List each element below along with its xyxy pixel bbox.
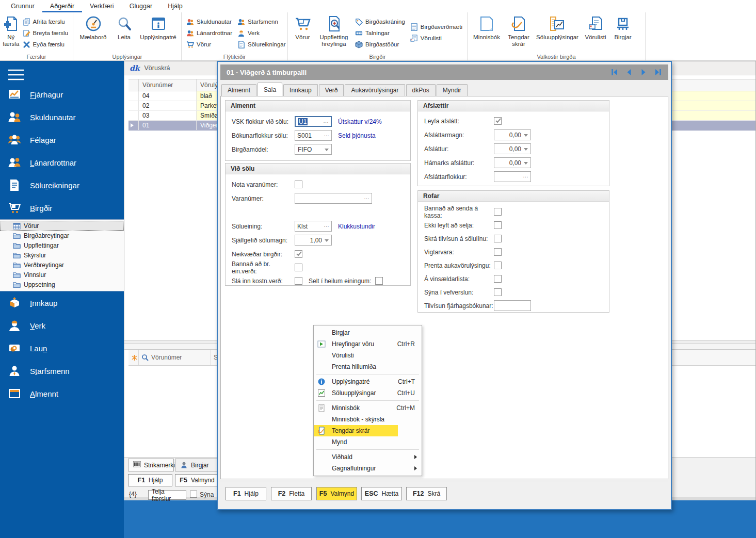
f1-help-button[interactable]: F1Hjálp <box>226 487 266 500</box>
sidebar-item-birgdir[interactable]: Birgðir <box>0 197 124 219</box>
tab-almennt[interactable]: Almennt <box>221 84 256 96</box>
browser-f5-menu-button[interactable]: F5 Valmynd <box>175 474 219 486</box>
menu-item-vorulisti[interactable]: Vörulisti <box>314 350 422 361</box>
lookup-movements-button[interactable]: Uppfletting hreyfinga <box>315 14 352 47</box>
shortcut-solureikningar[interactable]: Sölureikningar <box>235 39 288 50</box>
menu-item-birgjar[interactable]: Birgjar <box>314 327 422 338</box>
sidebar-item-fjarhagur[interactable]: Fjárhagur <box>0 83 124 106</box>
menu-adgerdir[interactable]: Aðgerðir <box>42 0 82 12</box>
products-button[interactable]: Vörur <box>290 14 315 41</box>
f2-browse-button[interactable]: F2Fletta <box>271 487 312 500</box>
shortcut-starfsmenn[interactable]: Starfsmenn <box>235 16 288 27</box>
rofar-checkbox-vigtarvara[interactable] <box>494 248 502 256</box>
menu-grunnur[interactable]: Grunnur <box>3 0 42 12</box>
bannad-br-checkbox[interactable] <box>295 264 302 271</box>
esc-cancel-button[interactable]: ESCHætta <box>361 487 402 500</box>
first-record-button[interactable] <box>610 68 619 76</box>
afslattarflokkur-field[interactable] <box>494 171 531 182</box>
dashboard-button[interactable]: Mælaborð <box>76 14 111 41</box>
browser-f1-help-button[interactable]: F1 Hjálp <box>128 474 172 486</box>
nota-varanumer-checkbox[interactable] <box>295 181 302 188</box>
fjarhagsbokun-input[interactable] <box>494 300 531 311</box>
stock-status-button[interactable]: Birgðastöður <box>352 39 408 50</box>
rofar-checkbox-vefverslun[interactable] <box>494 288 502 296</box>
menu-item-upplysingatre[interactable]: Upplýsingatré Ctrl+T <box>314 376 422 387</box>
tab-sala[interactable]: Sala <box>258 83 282 96</box>
selt-heilum-checkbox[interactable] <box>375 277 383 285</box>
product-list-big-button[interactable]: Vörulisti <box>581 14 610 41</box>
model-dropdown[interactable]: FIFO <box>295 144 332 155</box>
product-list-button[interactable]: Vörulisti <box>408 32 465 44</box>
tree-item-vinnslur[interactable]: Vinnslur <box>0 270 124 280</box>
filter-vorunumer-cell[interactable]: Vörunúmer <box>139 350 211 365</box>
afslattarmagn-spinner[interactable]: 0,00 <box>494 129 531 140</box>
sidebar-item-almennt[interactable]: Almennt <box>0 382 124 405</box>
shortcut-verk[interactable]: Verk <box>235 27 288 39</box>
show-checkbox[interactable] <box>190 491 197 498</box>
count-records-button[interactable]: Telja færslur <box>148 490 186 500</box>
menu-item-hreyfingar-voru[interactable]: Hreyfingar vöru Ctrl+R <box>314 338 422 350</box>
delete-record-button[interactable]: Eyða færslu <box>20 39 71 50</box>
rofar-checkbox-kassa[interactable] <box>494 208 502 216</box>
inventory-entry-button[interactable]: Birgðaskráning <box>352 16 408 27</box>
shortcut-skuldunautar[interactable]: Skuldunautar <box>184 16 235 27</box>
menu-item-soluupplysingar[interactable]: Söluupplýsingar Ctrl+U <box>314 387 422 399</box>
vsk-field[interactable]: U1 <box>295 116 332 127</box>
header-vorunumer[interactable]: Vörunúmer <box>139 79 197 91</box>
menu-item-vidhald[interactable]: Viðhald <box>314 451 422 463</box>
sidebar-item-verk[interactable]: Verk <box>0 314 124 337</box>
shortcut-vorur[interactable]: Vörur <box>184 39 235 50</box>
tab-dkpos[interactable]: dkPos <box>406 84 436 96</box>
f5-menu-button-highlighted[interactable]: F5Valmynd <box>316 487 357 500</box>
info-tree-button[interactable]: Upplýsingatré <box>138 14 179 41</box>
rofar-checkbox-prenta[interactable] <box>494 262 502 269</box>
new-record-button[interactable]: Ný færsla <box>2 14 20 47</box>
search-button[interactable]: Leita <box>111 14 138 41</box>
sales-info-button[interactable]: Söluupplýsingar <box>534 14 581 41</box>
dialog-titlebar[interactable]: 01 - Viðgerð á timburpalli <box>220 64 668 80</box>
sidebar-item-starfsmenn[interactable]: Starfsmenn <box>0 360 124 382</box>
tab-innkaup[interactable]: Innkaup <box>283 84 318 96</box>
rofar-checkbox-tilvisun[interactable] <box>494 235 502 242</box>
menu-item-gagnaflutningur[interactable]: Gagnaflutningur <box>314 463 422 474</box>
menu-item-minnisbok-skyrsla[interactable]: Minnisbók - skýrsla <box>314 414 422 425</box>
menu-hjalp[interactable]: Hjálp <box>160 0 190 12</box>
tree-item-uppsetning[interactable]: Uppsetning <box>0 280 124 289</box>
sidebar-item-skuldunautar[interactable]: Skuldunautar <box>0 106 124 128</box>
tree-item-verdbreytingar[interactable]: Verðbreytingar <box>0 260 124 270</box>
menu-item-tengdar-skrar-highlighted[interactable]: Tengdar skrár <box>314 425 422 436</box>
counts-button[interactable]: Talningar <box>352 27 408 39</box>
copy-record-button[interactable]: Afrita færslu <box>20 16 71 27</box>
solueining-field[interactable]: Klst <box>295 221 332 232</box>
menu-item-minnisbok[interactable]: Minnisbók Ctrl+M <box>314 402 422 414</box>
tree-item-skyrslur[interactable]: Skýrslur <box>0 250 124 260</box>
menu-gluggar[interactable]: Gluggar <box>122 0 160 12</box>
tree-item-vorur[interactable]: Vörur <box>0 221 124 231</box>
shortcut-lanardrottnar[interactable]: Lánardrottnar <box>184 27 235 39</box>
f12-save-button[interactable]: F12Skrá <box>406 487 447 500</box>
sla-inn-checkbox[interactable] <box>295 277 302 285</box>
tab-myndir[interactable]: Myndir <box>437 84 468 96</box>
tree-item-birgdabreytingar[interactable]: Birgðabreytingar <box>0 231 124 240</box>
last-record-button[interactable] <box>654 68 662 76</box>
birgjar-button[interactable]: Birgjar <box>175 459 218 471</box>
rofar-checkbox-vinsaeldir[interactable] <box>494 275 502 283</box>
previous-record-button[interactable] <box>625 68 633 76</box>
sidebar-item-solureikningar[interactable]: Sölureikningar <box>0 174 124 197</box>
sidebar-item-innkaup[interactable]: Innkaup <box>0 291 124 314</box>
menu-item-mynd[interactable]: Mynd <box>314 436 422 448</box>
menu-item-prenta-hillumida[interactable]: Prenta hillumiða <box>314 361 422 372</box>
strikamerki-button[interactable]: Strikamerki <box>128 459 174 471</box>
suppliers-button[interactable]: Birgjar <box>610 14 636 41</box>
menu-verkfaeri[interactable]: Verkfæri <box>82 0 122 12</box>
next-record-button[interactable] <box>639 68 648 76</box>
tab-aukavorulysingar[interactable]: Aukavörulýsingar <box>345 84 405 96</box>
sidebar-item-laun[interactable]: Laun <box>0 337 124 360</box>
sidebar-item-felagar[interactable]: Félagar <box>0 128 124 151</box>
edit-record-button[interactable]: Breyta færslu <box>20 27 71 39</box>
hamburger-menu-icon[interactable] <box>8 69 24 81</box>
neikvaedar-checkbox-checked[interactable] <box>295 250 302 258</box>
rofar-checkbox-selja[interactable] <box>494 221 502 229</box>
tree-item-uppflettingar[interactable]: Uppflettingar <box>0 240 124 250</box>
leyfa-afslatt-checkbox-checked[interactable] <box>494 117 502 125</box>
